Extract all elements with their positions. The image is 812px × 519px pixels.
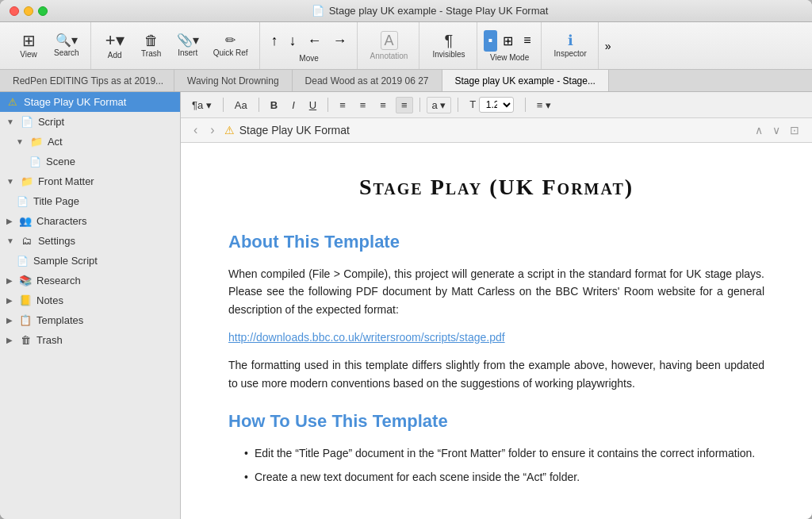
front-matter-icon: 📁 — [21, 175, 33, 187]
view-mode-grid-button[interactable]: ⊞ — [498, 30, 518, 52]
sidebar: ⚠ Stage Play UK Format ▼ 📄 Script ▼ 📁 Ac… — [0, 92, 181, 519]
font-selector-button[interactable]: Aa — [230, 98, 252, 113]
sidebar-label-act: Act — [48, 136, 63, 148]
sidebar-item-stage-play-uk-format[interactable]: ⚠ Stage Play UK Format — [0, 92, 180, 112]
paragraph-style-button[interactable]: ¶a ▾ — [187, 98, 216, 113]
sidebar-item-sample-script[interactable]: 📄 Sample Script — [0, 251, 180, 271]
characters-icon: 👥 — [19, 215, 32, 227]
format-sep-2 — [259, 98, 259, 112]
toolbar-group-move: ↑ ↓ ← → Move — [262, 22, 358, 69]
script-folder-icon: 📄 — [21, 116, 33, 128]
window-title: 📄 Stage play UK example - Stage Play UK … — [57, 5, 802, 17]
font-size-button[interactable]: T 1.2 — [465, 95, 518, 114]
sidebar-label-notes: Notes — [36, 294, 63, 306]
sidebar-item-scene[interactable]: 📄 Scene — [0, 152, 180, 171]
paragraph-icon: ¶ — [445, 33, 454, 48]
align-left-button[interactable]: ≡ — [335, 98, 350, 113]
sidebar-item-research[interactable]: ▶ 📚 Research — [0, 271, 180, 290]
tab-deadwood[interactable]: Dead Wood as at 2019 06 27 — [293, 70, 442, 91]
arrow-right-icon: → — [333, 33, 347, 49]
collapse-arrow-settings: ▼ — [6, 236, 14, 245]
font-size-icon: T — [469, 98, 476, 110]
format-bar: ¶a ▾ Aa B I U ≡ ≡ ≡ ≡ a ▾ T 1.2 — [181, 92, 812, 118]
add-button[interactable]: +▾ Add — [98, 29, 132, 63]
research-icon: 📚 — [19, 275, 32, 286]
move-left-button[interactable]: ← — [303, 29, 327, 52]
quick-ref-icon: ✏ — [225, 34, 236, 47]
close-button[interactable] — [10, 6, 19, 16]
nav-bar: ‹ › ⚠ Stage Play UK Format ∧ ∨ ⊡ — [181, 118, 812, 143]
quick-ref-button[interactable]: ✏ Quick Ref — [207, 31, 255, 60]
notes-icon: 📒 — [19, 294, 32, 306]
view-mode-single-button[interactable]: ▪ — [484, 30, 498, 52]
nav-split-button[interactable]: ⊡ — [787, 122, 802, 138]
document-title: Stage Play (UK Format) — [228, 175, 764, 200]
bold-button[interactable]: B — [266, 98, 282, 113]
sidebar-label-script: Script — [38, 116, 64, 128]
view-button[interactable]: ⊞ View — [11, 29, 46, 62]
bullet-dot-1: • — [244, 444, 248, 462]
sidebar-item-trash[interactable]: ▶ 🗑 Trash — [0, 330, 180, 350]
view-label: View — [20, 50, 37, 59]
bbc-link[interactable]: http://downloads.bbc.co.uk/writersroom/s… — [228, 331, 764, 344]
add-icon: +▾ — [105, 32, 124, 49]
sidebar-item-title-page[interactable]: 📄 Title Page — [0, 191, 180, 211]
search-button[interactable]: 🔍▾ Search — [48, 31, 86, 60]
tab-waving[interactable]: Waving Not Drowning — [174, 70, 293, 91]
toolbar-group-viewmode: ▪ ⊞ ≡ View Mode — [479, 22, 542, 69]
tab-stageplay[interactable]: Stage play UK example - Stage... — [442, 70, 609, 91]
sidebar-item-act[interactable]: ▼ 📁 Act — [0, 132, 180, 152]
sidebar-item-settings[interactable]: ▼ 🗂 Settings — [0, 231, 180, 251]
insert-icon: 📎▾ — [177, 34, 199, 47]
view-mode-label: View Mode — [490, 53, 529, 62]
insert-button[interactable]: 📎▾ Insert — [170, 31, 205, 60]
nav-next-button[interactable]: › — [207, 121, 217, 139]
annotation-button[interactable]: A Annotation — [364, 28, 415, 63]
single-view-icon: ▪ — [488, 33, 493, 48]
arrow-down-icon: ↓ — [289, 33, 297, 49]
italic-button[interactable]: I — [287, 98, 300, 113]
align-justify-button[interactable]: ≡ — [396, 97, 413, 113]
tab-redpen[interactable]: RedPen EDITING Tips as at 2019... — [0, 70, 174, 91]
align-center-button[interactable]: ≡ — [355, 98, 371, 113]
nav-down-button[interactable]: ∨ — [769, 122, 783, 138]
font-size-select[interactable]: 1.2 — [479, 97, 514, 113]
sidebar-item-characters[interactable]: ▶ 👥 Characters — [0, 211, 180, 231]
search-icon: 🔍▾ — [56, 34, 78, 47]
format-sep-3 — [327, 98, 328, 112]
move-up-button[interactable]: ↑ — [266, 29, 283, 52]
sidebar-item-notes[interactable]: ▶ 📒 Notes — [0, 290, 180, 310]
sidebar-item-script[interactable]: ▼ 📄 Script — [0, 112, 180, 132]
inspector-button[interactable]: ℹ Inspector — [548, 30, 593, 61]
sidebar-item-front-matter[interactable]: ▼ 📁 Front Matter — [0, 171, 180, 191]
trash-label: Trash — [141, 49, 161, 58]
sidebar-label-sample-script: Sample Script — [33, 255, 98, 267]
nav-title-area: ⚠ Stage Play UK Format — [224, 124, 745, 136]
main-content: ⚠ Stage Play UK Format ▼ 📄 Script ▼ 📁 Ac… — [0, 92, 812, 519]
nav-prev-button[interactable]: ‹ — [190, 121, 201, 139]
minimize-button[interactable] — [24, 6, 33, 16]
outline-view-icon: ≡ — [523, 33, 530, 48]
move-down-button[interactable]: ↓ — [285, 29, 301, 52]
underline-button[interactable]: U — [304, 98, 321, 113]
sidebar-label-templates: Templates — [36, 314, 83, 326]
list-button[interactable]: ≡ ▾ — [532, 98, 556, 113]
invisibles-button[interactable]: ¶ Invisibles — [426, 29, 471, 62]
trash-toolbar-button[interactable]: 🗑 Trash — [134, 30, 169, 61]
search-label: Search — [54, 48, 79, 57]
more-toolbar-button[interactable]: » — [600, 37, 616, 56]
collapse-arrow-notes: ▶ — [6, 296, 13, 305]
format-sep-5 — [458, 98, 458, 112]
collapse-arrow-script: ▼ — [6, 117, 14, 126]
view-mode-outline-button[interactable]: ≡ — [519, 30, 535, 52]
align-right-button[interactable]: ≡ — [375, 98, 391, 113]
about-followup: The formatting used in this template dif… — [228, 356, 764, 392]
move-right-button[interactable]: → — [328, 29, 352, 52]
nav-up-button[interactable]: ∧ — [752, 122, 766, 138]
text-color-button[interactable]: a ▾ — [427, 97, 452, 113]
sidebar-item-templates[interactable]: ▶ 📋 Templates — [0, 310, 180, 330]
annotation-icon: A — [381, 31, 398, 50]
fullscreen-button[interactable] — [38, 6, 48, 16]
collapse-arrow-characters: ▶ — [6, 217, 13, 225]
title-bar: 📄 Stage play UK example - Stage Play UK … — [0, 0, 812, 22]
